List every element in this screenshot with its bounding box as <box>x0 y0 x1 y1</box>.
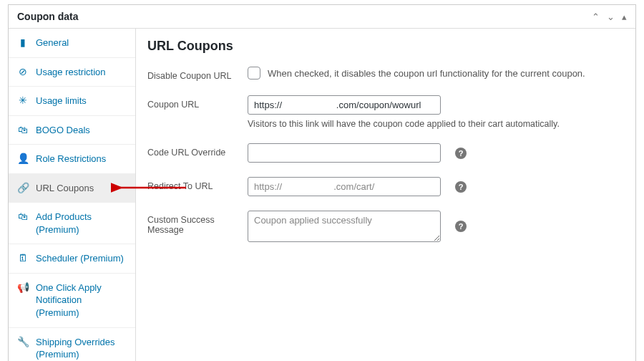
panel-header: Coupon data ⌃ ⌄ ▴ <box>9 5 635 29</box>
chevron-up-icon[interactable]: ⌃ <box>592 11 600 22</box>
sidebar-item-role-restrictions[interactable]: 👤 Role Restrictions <box>9 145 135 174</box>
sidebar-item-label: BOGO Deals <box>36 124 90 137</box>
coupon-data-panel: Coupon data ⌃ ⌄ ▴ ▮ General ⊘ Usage rest… <box>8 4 636 361</box>
sidebar-item-bogo[interactable]: 🛍 BOGO Deals <box>9 116 135 145</box>
disable-coupon-checkbox[interactable] <box>248 67 260 80</box>
help-icon[interactable]: ? <box>455 221 467 232</box>
code-override-label: Code URL Override <box>147 143 248 158</box>
panel-controls: ⌃ ⌄ ▴ <box>592 11 627 22</box>
limits-icon: ✳ <box>17 95 29 105</box>
sidebar-item-label: Role Restrictions <box>36 153 106 165</box>
panel-title: Coupon data <box>17 11 79 22</box>
help-icon[interactable]: ? <box>455 148 467 159</box>
sidebar-item-label: One Click Apply Notification (Premium) <box>36 281 127 319</box>
sidebar-item-scheduler[interactable]: 🗓 Scheduler (Premium) <box>9 244 135 274</box>
user-icon: 👤 <box>17 153 29 163</box>
coupon-url-label: Coupon URL <box>147 95 248 110</box>
help-icon[interactable]: ? <box>455 181 467 193</box>
megaphone-icon: 📢 <box>17 282 29 292</box>
sidebar-item-add-products[interactable]: 🛍 Add Products (Premium) <box>9 203 135 244</box>
coupon-url-input[interactable] <box>248 95 441 115</box>
collapse-icon[interactable]: ▴ <box>622 11 627 22</box>
ticket-icon: ▮ <box>17 37 29 47</box>
sidebar-item-label: Scheduler (Premium) <box>36 252 124 265</box>
sidebar-item-label: Add Products (Premium) <box>36 211 127 236</box>
content-area: URL Coupons Disable Coupon URL When chec… <box>136 29 635 361</box>
sidebar-item-label: General <box>36 37 69 49</box>
disable-coupon-desc: When checked, it disables the coupon url… <box>268 68 585 79</box>
link-icon: 🔗 <box>17 183 29 193</box>
redirect-url-label: Redirect To URL <box>147 177 248 191</box>
redirect-url-input[interactable] <box>248 177 441 196</box>
ban-icon: ⊘ <box>17 67 29 77</box>
chevron-down-icon[interactable]: ⌄ <box>607 11 615 22</box>
sidebar-item-label: URL Coupons <box>36 182 94 195</box>
code-override-input[interactable] <box>248 143 441 163</box>
sidebar-item-label: Shipping Overrides (Premium) <box>36 336 127 361</box>
sidebar-item-url-coupons[interactable]: 🔗 URL Coupons <box>9 174 135 203</box>
sidebar-item-one-click-apply[interactable]: 📢 One Click Apply Notification (Premium) <box>9 274 135 328</box>
custom-msg-textarea[interactable] <box>248 211 441 242</box>
sidebar-item-label: Usage limits <box>36 95 87 107</box>
disable-coupon-label: Disable Coupon URL <box>147 67 248 81</box>
sidebar-item-label: Usage restriction <box>36 66 106 79</box>
cart-icon: 🛍 <box>17 125 29 135</box>
coupon-url-hint: Visitors to this link will have the coup… <box>248 119 560 129</box>
sidebar-item-usage-restriction[interactable]: ⊘ Usage restriction <box>9 58 135 87</box>
sidebar-item-general[interactable]: ▮ General <box>9 29 135 58</box>
sidebar: ▮ General ⊘ Usage restriction ✳ Usage li… <box>9 29 136 361</box>
calendar-icon: 🗓 <box>17 253 29 263</box>
bag-icon: 🛍 <box>17 211 29 221</box>
sidebar-item-shipping-overrides[interactable]: 🔧 Shipping Overrides (Premium) <box>9 328 135 361</box>
page-title: URL Coupons <box>147 39 624 54</box>
wrench-icon: 🔧 <box>17 337 29 347</box>
sidebar-item-usage-limits[interactable]: ✳ Usage limits <box>9 87 135 116</box>
custom-msg-label: Custom Success Message <box>147 211 248 235</box>
